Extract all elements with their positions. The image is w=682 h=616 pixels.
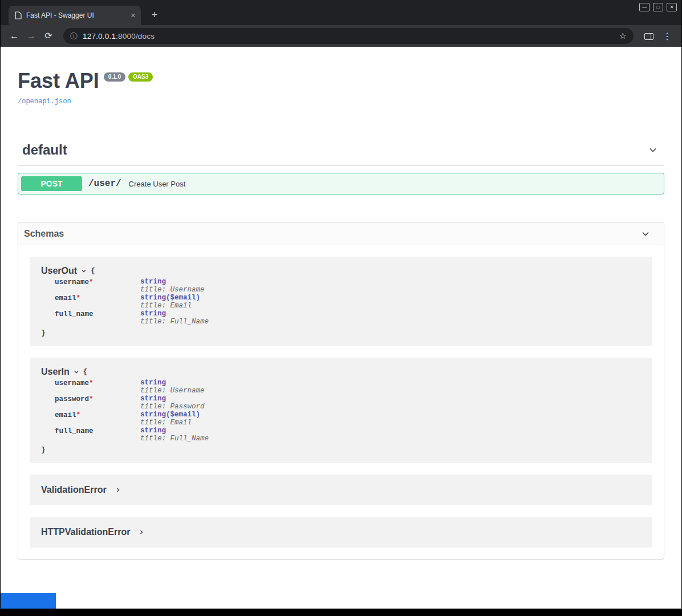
model-name: UserOut	[41, 266, 77, 276]
chevron-down-icon[interactable]	[647, 144, 659, 156]
property-row: email* string($email) title: Email	[55, 294, 641, 310]
model-validationerror[interactable]: ValidationError	[30, 475, 652, 505]
address-bar[interactable]: ⓘ 127.0.0.1:8000/docs ☆	[63, 28, 634, 44]
property-name-text: full_name	[55, 310, 94, 318]
model-name: UserIn	[41, 367, 70, 377]
url-path: :8000/docs	[116, 32, 155, 40]
model-properties: username* string title: Username passwor…	[55, 379, 641, 443]
window-controls: — □ ✕	[639, 3, 677, 11]
property-name-text: full_name	[55, 427, 94, 435]
model-name: HTTPValidationError	[41, 527, 130, 537]
chevron-down-icon[interactable]	[73, 368, 80, 375]
property-name: email*	[55, 411, 140, 427]
oas3-badge: OAS3	[128, 72, 153, 82]
browser-menu-icon[interactable]: ⋮	[659, 31, 676, 42]
model-name: ValidationError	[41, 485, 107, 495]
endpoint-summary: Create User Post	[129, 180, 186, 188]
browser-tab[interactable]: Fast API - Swagger UI ✕	[9, 6, 141, 25]
reload-icon[interactable]: ⟳	[40, 28, 56, 44]
http-method-badge: POST	[21, 176, 82, 191]
property-name-text: email	[55, 411, 76, 419]
property-detail: string title: Username	[140, 278, 205, 294]
property-name: username*	[55, 379, 140, 395]
property-name-text: username	[55, 278, 89, 286]
property-title: title: Email	[140, 419, 200, 427]
property-format: ($email)	[166, 294, 200, 302]
page-content: Fast API 0.1.0 OAS3 /openapi.json defaul…	[1, 47, 681, 609]
property-row: password* string title: Password	[55, 395, 641, 411]
close-brace: }	[41, 329, 641, 337]
chevron-right-icon[interactable]	[138, 529, 145, 536]
property-name: username*	[55, 278, 140, 294]
browser-toolbar: ← → ⟳ ⓘ 127.0.0.1:8000/docs ☆ ⋮	[1, 25, 681, 47]
schemas-body: UserOut { username* string ti	[18, 245, 664, 559]
model-toggle[interactable]: UserOut {	[41, 266, 641, 276]
status-bubble	[1, 593, 56, 609]
property-row: full_name string title: Full_Name	[55, 310, 641, 326]
tag-section-default[interactable]: default	[18, 137, 664, 166]
side-panel-icon[interactable]	[640, 31, 657, 41]
property-name: full_name	[55, 427, 140, 443]
maximize-button[interactable]: □	[653, 3, 663, 11]
api-info: Fast API 0.1.0 OAS3 /openapi.json	[18, 47, 664, 106]
openapi-json-link[interactable]: /openapi.json	[18, 98, 71, 106]
property-type: string	[140, 427, 166, 435]
url-text: 127.0.0.1:8000/docs	[83, 32, 155, 40]
schemas-header[interactable]: Schemas	[18, 222, 664, 245]
api-badges: 0.1.0 OAS3	[104, 72, 153, 82]
property-type: string	[140, 278, 166, 286]
model-userout: UserOut { username* string ti	[30, 257, 652, 346]
property-name-text: email	[55, 294, 76, 302]
back-icon[interactable]: ←	[6, 28, 22, 44]
property-format: ($email)	[166, 411, 200, 419]
property-title: title: Full_Name	[140, 318, 209, 326]
property-type: string	[140, 395, 166, 403]
property-detail: string title: Full_Name	[140, 310, 209, 326]
close-brace: }	[41, 446, 641, 454]
tab-title: Fast API - Swagger UI	[26, 11, 126, 19]
open-brace: {	[83, 368, 88, 376]
property-row: username* string title: Username	[55, 379, 641, 395]
property-detail: string($email) title: Email	[140, 411, 200, 427]
required-star: *	[76, 294, 81, 302]
required-star: *	[89, 278, 94, 286]
chevron-right-icon[interactable]	[115, 487, 121, 493]
version-badge: 0.1.0	[104, 72, 125, 82]
property-row: full_name string title: Full_Name	[55, 427, 641, 443]
required-star: *	[89, 395, 94, 403]
property-type: string	[140, 310, 166, 318]
property-detail: string title: Username	[140, 379, 205, 395]
property-detail: string($email) title: Email	[140, 294, 200, 310]
model-userin: UserIn { username* string tit	[30, 358, 652, 463]
property-name: password*	[55, 395, 140, 411]
property-name-text: username	[55, 379, 89, 387]
schemas-section: Schemas UserOut {	[18, 222, 664, 560]
property-detail: string title: Password	[140, 395, 205, 411]
new-tab-button[interactable]: +	[148, 9, 161, 22]
required-star: *	[89, 379, 94, 387]
property-title: title: Username	[140, 387, 205, 395]
model-properties: username* string title: Username email* …	[55, 278, 641, 326]
url-host: 127.0.0.1	[83, 32, 116, 40]
minimize-button[interactable]: —	[639, 3, 649, 11]
endpoint-path: /user/	[88, 179, 121, 189]
endpoint-post-user[interactable]: POST /user/ Create User Post	[18, 173, 664, 194]
forward-icon[interactable]: →	[23, 28, 39, 44]
open-brace: {	[91, 267, 95, 275]
property-title: title: Password	[140, 403, 205, 411]
model-httpvalidationerror[interactable]: HTTPValidationError	[30, 517, 652, 548]
chevron-down-icon[interactable]	[80, 268, 87, 274]
tag-title: default	[22, 142, 67, 158]
property-name-text: password	[55, 395, 89, 403]
close-window-button[interactable]: ✕	[667, 3, 677, 11]
browser-window: — □ ✕ Fast API - Swagger UI ✕ + ← → ⟳ ⓘ …	[0, 0, 682, 616]
chevron-down-icon[interactable]	[640, 228, 651, 240]
property-type: string	[140, 411, 166, 419]
property-title: title: Username	[140, 286, 205, 294]
site-info-icon[interactable]: ⓘ	[70, 33, 78, 40]
page-title: Fast API 0.1.0 OAS3	[18, 71, 664, 91]
property-type: string	[140, 294, 166, 302]
bookmark-star-icon[interactable]: ☆	[619, 31, 627, 41]
tab-close-icon[interactable]: ✕	[131, 13, 136, 19]
model-toggle[interactable]: UserIn {	[41, 367, 641, 377]
